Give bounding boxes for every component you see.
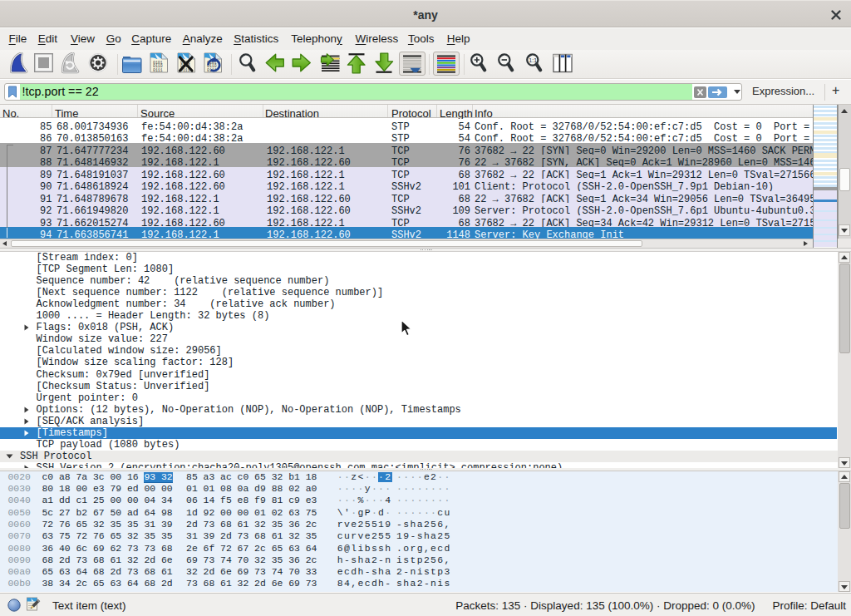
svg-text:1:1: 1:1 <box>529 57 537 62</box>
svg-text:0111: 0111 <box>153 68 163 72</box>
